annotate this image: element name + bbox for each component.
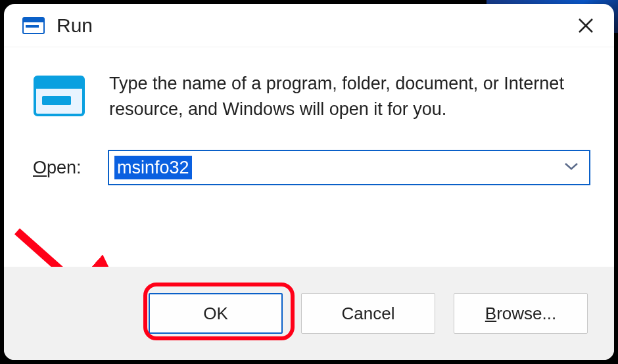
open-label: Open: bbox=[33, 158, 92, 178]
cancel-button[interactable]: Cancel bbox=[301, 293, 435, 334]
run-icon-large bbox=[33, 75, 85, 117]
chevron-down-icon[interactable] bbox=[564, 162, 579, 173]
close-button[interactable] bbox=[569, 9, 602, 42]
open-input-value: msinfo32 bbox=[114, 156, 192, 179]
open-combobox[interactable]: msinfo32 bbox=[108, 150, 590, 185]
browse-button[interactable]: Browse... bbox=[454, 293, 588, 334]
description-text: Type the name of a program, folder, docu… bbox=[109, 71, 590, 122]
svg-rect-6 bbox=[35, 77, 83, 89]
close-icon bbox=[577, 17, 594, 34]
ok-button[interactable]: OK bbox=[149, 293, 283, 334]
dialog-content: Type the name of a program, folder, docu… bbox=[4, 47, 614, 267]
svg-rect-2 bbox=[26, 25, 39, 28]
titlebar: Run bbox=[4, 4, 614, 47]
dialog-title: Run bbox=[57, 14, 569, 37]
run-dialog: Run Type the name of a program, folder, … bbox=[4, 4, 614, 360]
svg-rect-1 bbox=[23, 18, 44, 22]
dialog-footer: OK Cancel Browse... bbox=[4, 267, 614, 360]
run-icon bbox=[22, 17, 45, 34]
svg-rect-7 bbox=[42, 96, 71, 105]
